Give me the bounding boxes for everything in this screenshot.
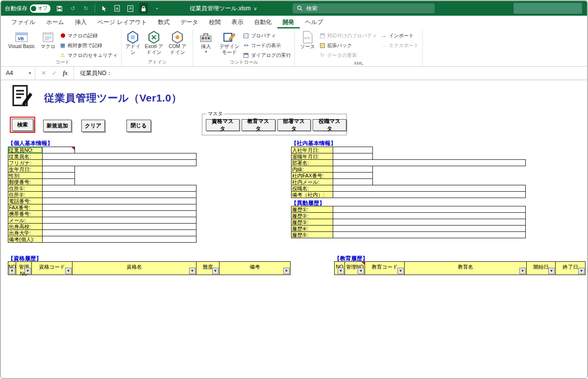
use-relative-references-button[interactable]: ▦ 相対参照で記録 — [60, 41, 118, 50]
insert-function-button[interactable]: fx — [63, 70, 68, 77]
field-label[interactable]: 履歴④: — [291, 225, 333, 232]
field-label[interactable]: メール: — [8, 217, 43, 224]
field-label[interactable]: 携帯番号: — [8, 210, 43, 217]
select-tool-button[interactable] — [99, 3, 108, 14]
field-value-cell[interactable] — [42, 198, 196, 204]
filter-dropdown-button[interactable]: ▼ — [338, 268, 344, 274]
excel-addins-button[interactable]: Excel アドイン — [142, 29, 166, 55]
filter-dropdown-button[interactable]: ▼ — [283, 268, 290, 274]
insert-control-button[interactable]: 挿入 ▼ — [195, 29, 217, 54]
filter-dropdown-button[interactable]: ▼ — [358, 268, 364, 274]
macros-button[interactable]: マクロ — [37, 29, 59, 50]
redo-button[interactable]: ↻ — [81, 3, 90, 14]
ribbon-tab[interactable]: ヘルプ — [300, 16, 329, 28]
run-dialog-button[interactable]: ダイアログの実行 — [243, 51, 291, 59]
view-code-button[interactable]: <> コードの表示 — [243, 41, 291, 50]
map-properties-button[interactable]: 対応付けのプロパティ — [319, 31, 377, 40]
add-new-button[interactable]: 新規追加 — [43, 120, 72, 132]
filter-dropdown-button[interactable]: ▼ — [519, 268, 526, 274]
field-label[interactable]: 内線: — [291, 166, 333, 173]
field-label[interactable]: 従業員NO: — [8, 147, 43, 153]
filter-dropdown-button[interactable]: ▼ — [397, 268, 404, 274]
field-label[interactable]: FAX番号: — [8, 204, 43, 211]
field-label[interactable]: 履歴③: — [291, 219, 333, 226]
field-label[interactable]: 出身高校: — [8, 223, 43, 230]
close-button[interactable]: 閉じる — [126, 120, 151, 132]
macro-security-button[interactable]: ⚠ マクロのセキュリティ — [60, 51, 118, 59]
field-label[interactable]: 住所②: — [8, 191, 43, 198]
field-value-cell[interactable] — [42, 223, 196, 230]
field-label[interactable]: 入社年月日: — [291, 147, 333, 153]
document-title[interactable]: 従業員管理ツール.xlsm ∨ — [190, 1, 257, 16]
qualification-master-button[interactable]: 資格マスタ — [206, 119, 240, 131]
filter-dropdown-button[interactable]: ▼ — [65, 268, 72, 274]
field-label[interactable]: 従業員名: — [8, 153, 43, 160]
field-value-cell[interactable] — [42, 229, 196, 236]
field-label[interactable]: 役職名: — [291, 185, 333, 192]
education-master-button[interactable]: 教育マスタ — [242, 119, 275, 131]
ribbon-tab[interactable]: ページ レイアウト — [92, 16, 152, 28]
name-box[interactable]: A4 ▼ — [1, 67, 35, 79]
field-value-cell[interactable] — [333, 153, 373, 160]
enter-button[interactable]: ✓ — [52, 70, 57, 76]
field-value-cell[interactable] — [42, 191, 196, 198]
ribbon-tab[interactable]: 表示 — [226, 16, 249, 28]
field-value-cell[interactable] — [42, 159, 196, 166]
field-label[interactable]: 備考(個人): — [8, 236, 43, 243]
quick-access-menu-button[interactable]: ▾ — [152, 3, 161, 14]
undo-button[interactable]: ↺ — [68, 3, 77, 14]
refresh-data-button[interactable]: ↻ データの更新 — [319, 51, 377, 59]
field-value-cell[interactable] — [42, 204, 196, 211]
field-value-cell[interactable] — [333, 185, 526, 192]
field-value-cell[interactable] — [333, 166, 373, 173]
filter-dropdown-button[interactable]: ▼ — [548, 268, 555, 274]
field-value-cell[interactable] — [333, 147, 373, 153]
field-label[interactable]: 履歴②: — [291, 212, 333, 219]
properties-button[interactable]: プロパティ — [243, 31, 291, 40]
save-button[interactable] — [55, 3, 64, 14]
cancel-button[interactable]: ✕ — [41, 70, 46, 76]
field-label[interactable]: 社内メール: — [291, 178, 333, 185]
filter-dropdown-button[interactable]: ▼ — [9, 268, 15, 274]
visual-basic-button[interactable]: VB Visual Basic — [6, 29, 37, 50]
field-label[interactable]: 電話番号: — [8, 198, 43, 204]
field-label[interactable]: 郵便番号: — [8, 178, 43, 185]
field-value-cell[interactable] — [42, 147, 75, 153]
com-addins-button[interactable]: COM アドイン — [166, 29, 189, 55]
field-label[interactable]: 部署名: — [291, 159, 333, 166]
ribbon-tab[interactable]: 校閲 — [204, 16, 226, 28]
field-value-cell[interactable] — [42, 185, 196, 192]
expansion-packs-button[interactable]: 拡張パック — [319, 41, 377, 50]
record-macro-button[interactable]: マクロの記録 — [60, 31, 118, 40]
field-label[interactable]: 社内FAX番号: — [291, 172, 333, 179]
field-value-cell[interactable] — [333, 191, 526, 198]
field-value-cell[interactable] — [42, 166, 75, 173]
field-value-cell[interactable] — [42, 153, 196, 160]
field-value-cell[interactable] — [333, 172, 373, 179]
ribbon-tab[interactable]: データ — [175, 16, 204, 28]
field-label[interactable]: フリガナ: — [8, 159, 43, 166]
ribbon-tab[interactable]: ホーム — [41, 16, 70, 28]
field-value-cell[interactable] — [333, 231, 526, 238]
lock-button[interactable] — [139, 3, 148, 14]
field-label[interactable]: 性別: — [8, 172, 43, 179]
position-master-button[interactable]: 役職マスタ — [313, 119, 346, 131]
filter-dropdown-button[interactable]: ▼ — [24, 268, 31, 274]
export-button[interactable]: → エクスポート — [381, 41, 418, 50]
field-label[interactable]: 生年月日: — [8, 166, 43, 173]
field-value-cell[interactable] — [42, 210, 196, 217]
xml-source-button[interactable]: </> ソース — [297, 29, 318, 50]
field-value-cell[interactable] — [42, 236, 196, 243]
ribbon-tab[interactable]: 数式 — [152, 16, 175, 28]
field-label[interactable]: 出身大学: — [8, 229, 43, 236]
field-value-cell[interactable] — [333, 212, 526, 219]
search-box[interactable]: 検索 — [293, 3, 435, 13]
field-value-cell[interactable] — [333, 225, 526, 232]
field-value-cell[interactable] — [333, 159, 526, 166]
field-label[interactable]: 退職年月日: — [291, 153, 333, 160]
field-value-cell[interactable] — [42, 172, 75, 179]
field-label[interactable]: 履歴①: — [291, 206, 333, 213]
addins-button[interactable]: アドイン — [123, 29, 142, 55]
field-value-cell[interactable] — [42, 178, 75, 185]
design-mode-button[interactable]: デザイン モード — [217, 29, 242, 55]
